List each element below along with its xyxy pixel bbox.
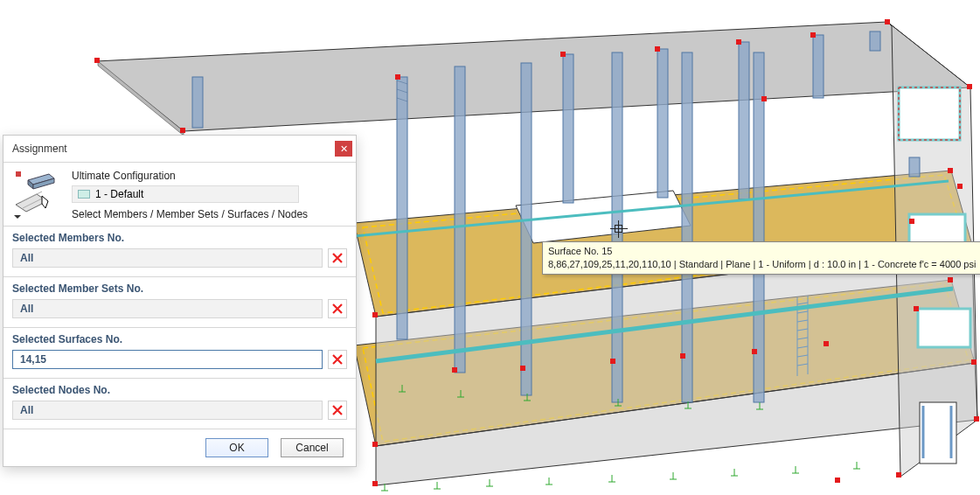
svg-rect-65 xyxy=(655,46,660,52)
svg-rect-60 xyxy=(824,341,829,346)
svg-rect-34 xyxy=(682,52,692,402)
svg-rect-106 xyxy=(16,171,21,177)
svg-rect-46 xyxy=(180,128,185,133)
svg-rect-71 xyxy=(974,416,979,422)
membersets-clear-button[interactable] xyxy=(328,299,347,318)
surface-tooltip: Surface No. 15 8,86,27,109,25,11,20,110,… xyxy=(542,241,980,275)
svg-rect-28 xyxy=(397,77,407,339)
close-button[interactable]: ✕ xyxy=(335,141,352,157)
svg-rect-33 xyxy=(657,49,668,198)
nodes-input[interactable]: All xyxy=(12,401,323,420)
svg-rect-39 xyxy=(909,157,920,177)
svg-rect-55 xyxy=(452,367,457,373)
svg-rect-70 xyxy=(835,478,840,483)
tooltip-line1: Surface No. 15 xyxy=(548,245,976,258)
svg-rect-30 xyxy=(521,63,532,395)
svg-rect-38 xyxy=(870,31,880,51)
ok-button[interactable]: OK xyxy=(205,438,268,457)
svg-rect-53 xyxy=(971,359,977,365)
svg-rect-29 xyxy=(455,66,465,373)
svg-rect-10 xyxy=(899,87,960,140)
cancel-button[interactable]: Cancel xyxy=(281,438,344,457)
svg-rect-54 xyxy=(372,442,378,447)
svg-rect-67 xyxy=(810,32,816,38)
svg-rect-13 xyxy=(918,309,970,347)
svg-rect-73 xyxy=(372,481,378,486)
svg-rect-72 xyxy=(896,472,901,478)
svg-rect-52 xyxy=(948,277,953,282)
svg-rect-63 xyxy=(395,74,400,80)
svg-rect-37 xyxy=(813,35,824,98)
svg-rect-58 xyxy=(680,353,685,359)
config-swatch-icon xyxy=(78,190,90,199)
members-clear-button[interactable] xyxy=(328,248,347,268)
surfaces-label: Selected Surfaces No. xyxy=(12,333,347,345)
member-surface-icon xyxy=(12,168,63,219)
svg-marker-0 xyxy=(96,22,970,131)
membersets-label: Selected Member Sets No. xyxy=(12,282,347,295)
surfaces-clear-button[interactable] xyxy=(328,350,347,369)
svg-rect-43 xyxy=(94,58,100,63)
svg-rect-45 xyxy=(967,84,972,89)
dialog-title-text: Assignment xyxy=(12,143,67,155)
svg-rect-66 xyxy=(736,39,741,45)
membersets-input[interactable]: All xyxy=(12,299,323,318)
surfaces-input[interactable]: 14,15 xyxy=(12,350,323,369)
svg-rect-27 xyxy=(192,77,203,128)
config-label: Ultimate Configuration xyxy=(72,170,347,182)
svg-rect-61 xyxy=(909,219,914,224)
clear-icon xyxy=(332,253,343,263)
svg-rect-64 xyxy=(560,52,566,57)
members-input[interactable]: All xyxy=(12,248,323,268)
close-icon: ✕ xyxy=(340,143,348,155)
svg-rect-50 xyxy=(372,312,378,317)
config-default-label: 1 - Default xyxy=(95,188,143,200)
svg-rect-31 xyxy=(563,54,573,203)
assignment-dialog: Assignment ✕ xyxy=(3,135,357,467)
svg-rect-32 xyxy=(612,52,622,402)
svg-marker-113 xyxy=(42,196,48,208)
clear-icon xyxy=(332,405,343,415)
svg-rect-48 xyxy=(948,168,953,173)
members-label: Selected Members No. xyxy=(12,232,347,244)
config-default[interactable]: 1 - Default xyxy=(72,185,299,203)
clear-icon xyxy=(332,303,343,314)
svg-rect-44 xyxy=(885,19,890,24)
svg-rect-68 xyxy=(761,96,767,101)
svg-rect-35 xyxy=(739,42,749,199)
nodes-clear-button[interactable] xyxy=(328,401,347,420)
config-sublabel: Select Members / Member Sets / Surfaces … xyxy=(72,208,347,220)
tooltip-line2: 8,86,27,109,25,11,20,110,10 | Standard |… xyxy=(548,258,976,271)
svg-rect-62 xyxy=(914,306,919,311)
dialog-titlebar[interactable]: Assignment ✕ xyxy=(3,136,356,163)
nodes-label: Selected Nodes No. xyxy=(12,384,347,396)
svg-rect-69 xyxy=(957,184,963,189)
clear-icon xyxy=(332,354,343,365)
svg-rect-57 xyxy=(610,359,615,364)
svg-rect-59 xyxy=(752,349,757,354)
svg-rect-56 xyxy=(520,366,525,371)
svg-marker-114 xyxy=(14,215,21,219)
